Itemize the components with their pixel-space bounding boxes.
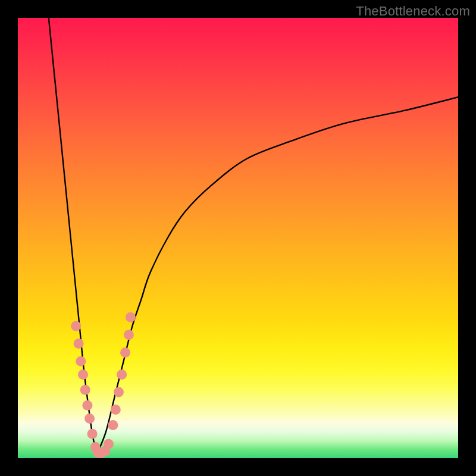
marker-dot	[87, 429, 98, 439]
marker-dot	[76, 356, 86, 367]
marker-dot	[124, 330, 134, 340]
marker-dot	[104, 439, 114, 449]
plot-area	[18, 18, 458, 458]
marker-dot	[71, 321, 81, 331]
marker-dot	[80, 385, 90, 395]
chart-frame: TheBottleneck.com	[0, 0, 476, 476]
marker-dot	[111, 405, 121, 415]
curve-group	[49, 18, 458, 454]
marker-dot	[108, 420, 118, 430]
marker-dot	[78, 369, 88, 380]
watermark-text: TheBottleneck.com	[356, 4, 470, 19]
marker-dot	[126, 312, 136, 322]
chart-svg	[18, 18, 458, 458]
marker-dot	[84, 414, 95, 424]
marker-dot	[114, 387, 124, 397]
marker-dot	[120, 347, 130, 358]
marker-dot	[74, 339, 84, 349]
curve-right-branch	[97, 97, 458, 453]
marker-dot	[82, 400, 92, 411]
marker-dot	[117, 369, 127, 380]
